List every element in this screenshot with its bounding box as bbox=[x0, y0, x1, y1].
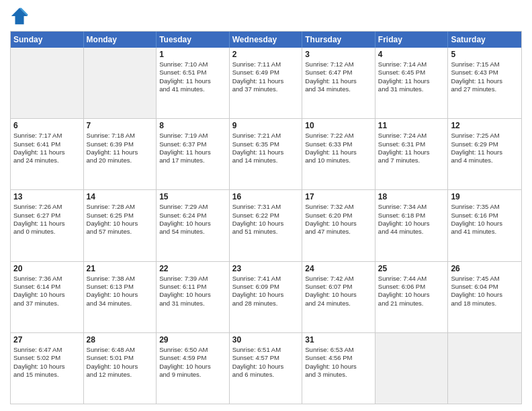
cell-line: Sunset: 6:51 PM bbox=[159, 68, 226, 77]
cell-line: Sunset: 6:43 PM bbox=[451, 68, 519, 77]
cell-line: Sunrise: 7:12 AM bbox=[305, 60, 372, 68]
cell-line: Sunset: 6:47 PM bbox=[305, 68, 372, 77]
header-day-friday: Friday bbox=[375, 32, 449, 48]
calendar-row-1: 6Sunrise: 7:17 AMSunset: 6:41 PMDaylight… bbox=[11, 118, 521, 189]
cell-line: Sunrise: 6:50 AM bbox=[159, 346, 226, 354]
cell-line: Sunset: 6:20 PM bbox=[305, 212, 372, 220]
calendar-cell-2-2: 15Sunrise: 7:29 AMSunset: 6:24 PMDayligh… bbox=[157, 190, 230, 261]
cell-line: Daylight: 10 hours bbox=[305, 220, 372, 228]
svg-marker-0 bbox=[11, 8, 28, 24]
cell-line: Sunset: 6:37 PM bbox=[159, 140, 226, 148]
cell-line: and 14 minutes. bbox=[232, 156, 300, 165]
day-number: 1 bbox=[159, 50, 226, 59]
calendar-cell-0-3: 2Sunrise: 7:11 AMSunset: 6:49 PMDaylight… bbox=[230, 48, 303, 118]
calendar-cell-2-5: 18Sunrise: 7:34 AMSunset: 6:18 PMDayligh… bbox=[375, 190, 449, 261]
day-number: 17 bbox=[305, 192, 372, 201]
logo-icon bbox=[10, 7, 29, 26]
cell-line: Sunrise: 7:31 AM bbox=[232, 203, 300, 211]
cell-line: Daylight: 10 hours bbox=[87, 291, 154, 299]
day-number: 28 bbox=[87, 335, 154, 345]
header-day-monday: Monday bbox=[84, 32, 157, 48]
day-number: 19 bbox=[451, 192, 519, 201]
cell-line: and 6 minutes. bbox=[232, 371, 300, 379]
cell-line: Sunset: 6:33 PM bbox=[305, 140, 372, 148]
cell-line: Daylight: 10 hours bbox=[159, 220, 226, 228]
header bbox=[10, 7, 522, 26]
cell-line: Sunrise: 7:22 AM bbox=[305, 132, 372, 140]
day-number: 6 bbox=[13, 121, 81, 130]
day-number: 29 bbox=[159, 335, 226, 345]
cell-line: and 4 minutes. bbox=[451, 156, 519, 165]
cell-line: Sunrise: 6:51 AM bbox=[232, 346, 300, 354]
cell-line: Sunset: 6:41 PM bbox=[13, 140, 81, 148]
cell-line: Sunrise: 6:47 AM bbox=[13, 346, 81, 354]
calendar-cell-2-0: 13Sunrise: 7:26 AMSunset: 6:27 PMDayligh… bbox=[11, 190, 84, 261]
cell-line: Daylight: 11 hours bbox=[159, 77, 226, 85]
calendar-cell-3-1: 21Sunrise: 7:38 AMSunset: 6:13 PMDayligh… bbox=[84, 262, 157, 332]
calendar-cell-2-4: 17Sunrise: 7:32 AMSunset: 6:20 PMDayligh… bbox=[302, 190, 375, 261]
cell-line: and 17 minutes. bbox=[159, 156, 226, 165]
header-day-sunday: Sunday bbox=[11, 32, 84, 48]
day-number: 20 bbox=[13, 264, 81, 273]
cell-line: and 10 minutes. bbox=[305, 156, 372, 165]
cell-line: Sunrise: 7:41 AM bbox=[232, 275, 300, 283]
cell-line: Sunrise: 7:32 AM bbox=[305, 203, 372, 211]
day-number: 26 bbox=[451, 264, 519, 273]
calendar-cell-0-6: 5Sunrise: 7:15 AMSunset: 6:43 PMDaylight… bbox=[448, 48, 521, 118]
cell-line: Sunrise: 7:17 AM bbox=[13, 132, 81, 140]
cell-line: Daylight: 11 hours bbox=[378, 77, 445, 85]
day-number: 21 bbox=[87, 264, 154, 273]
cell-line: Sunset: 6:31 PM bbox=[378, 140, 445, 148]
cell-line: Sunset: 6:39 PM bbox=[87, 140, 154, 148]
day-number: 24 bbox=[305, 264, 372, 273]
calendar-body: 1Sunrise: 7:10 AMSunset: 6:51 PMDaylight… bbox=[11, 48, 521, 404]
cell-line: Sunset: 4:57 PM bbox=[232, 354, 300, 362]
cell-line: Daylight: 11 hours bbox=[13, 220, 81, 228]
cell-line: Daylight: 10 hours bbox=[13, 363, 81, 371]
day-number: 9 bbox=[232, 121, 300, 130]
cell-line: Sunrise: 7:11 AM bbox=[232, 60, 300, 68]
cell-line: Daylight: 11 hours bbox=[159, 148, 226, 156]
cell-line: and 57 minutes. bbox=[87, 228, 154, 236]
cell-line: Sunrise: 7:34 AM bbox=[378, 203, 445, 211]
cell-line: Daylight: 10 hours bbox=[87, 363, 154, 371]
calendar-row-4: 27Sunrise: 6:47 AMSunset: 5:02 PMDayligh… bbox=[11, 332, 521, 404]
day-number: 18 bbox=[378, 192, 445, 201]
cell-line: Daylight: 10 hours bbox=[451, 220, 519, 228]
calendar-cell-1-5: 11Sunrise: 7:24 AMSunset: 6:31 PMDayligh… bbox=[375, 119, 449, 189]
calendar-cell-0-2: 1Sunrise: 7:10 AMSunset: 6:51 PMDaylight… bbox=[157, 48, 230, 118]
calendar-cell-3-0: 20Sunrise: 7:36 AMSunset: 6:14 PMDayligh… bbox=[11, 262, 84, 332]
cell-line: Sunset: 6:35 PM bbox=[232, 140, 300, 148]
day-number: 22 bbox=[159, 264, 226, 273]
cell-line: Sunset: 6:09 PM bbox=[232, 283, 300, 291]
cell-line: Sunset: 6:29 PM bbox=[451, 140, 519, 148]
cell-line: and 21 minutes. bbox=[378, 300, 445, 308]
cell-line: Sunrise: 7:35 AM bbox=[451, 203, 519, 211]
calendar-row-3: 20Sunrise: 7:36 AMSunset: 6:14 PMDayligh… bbox=[11, 261, 521, 332]
calendar-cell-3-2: 22Sunrise: 7:39 AMSunset: 6:11 PMDayligh… bbox=[157, 262, 230, 332]
header-day-wednesday: Wednesday bbox=[230, 32, 303, 48]
cell-line: Sunset: 6:04 PM bbox=[451, 283, 519, 291]
cell-line: Sunrise: 6:53 AM bbox=[305, 346, 372, 354]
cell-line: Sunset: 6:11 PM bbox=[159, 283, 226, 291]
day-number: 15 bbox=[159, 192, 226, 201]
cell-line: Daylight: 10 hours bbox=[451, 291, 519, 299]
cell-line: Sunrise: 7:24 AM bbox=[378, 132, 445, 140]
cell-line: Sunrise: 7:19 AM bbox=[159, 132, 226, 140]
cell-line: Sunset: 6:24 PM bbox=[159, 212, 226, 220]
cell-line: Sunrise: 7:44 AM bbox=[378, 275, 445, 283]
cell-line: Sunrise: 7:14 AM bbox=[378, 60, 445, 68]
calendar-cell-0-5: 4Sunrise: 7:14 AMSunset: 6:45 PMDaylight… bbox=[375, 48, 449, 118]
calendar-cell-0-0 bbox=[11, 48, 84, 118]
day-number: 2 bbox=[232, 50, 300, 59]
cell-line: Sunset: 4:59 PM bbox=[159, 354, 226, 362]
cell-line: Daylight: 11 hours bbox=[305, 148, 372, 156]
calendar-cell-0-1 bbox=[84, 48, 157, 118]
day-number: 27 bbox=[13, 335, 81, 345]
cell-line: Sunset: 6:25 PM bbox=[87, 212, 154, 220]
calendar-cell-0-4: 3Sunrise: 7:12 AMSunset: 6:47 PMDaylight… bbox=[302, 48, 375, 118]
cell-line: Daylight: 10 hours bbox=[159, 363, 226, 371]
calendar-cell-1-1: 7Sunrise: 7:18 AMSunset: 6:39 PMDaylight… bbox=[84, 119, 157, 189]
calendar-cell-3-3: 23Sunrise: 7:41 AMSunset: 6:09 PMDayligh… bbox=[230, 262, 303, 332]
cell-line: and 41 minutes. bbox=[451, 228, 519, 236]
